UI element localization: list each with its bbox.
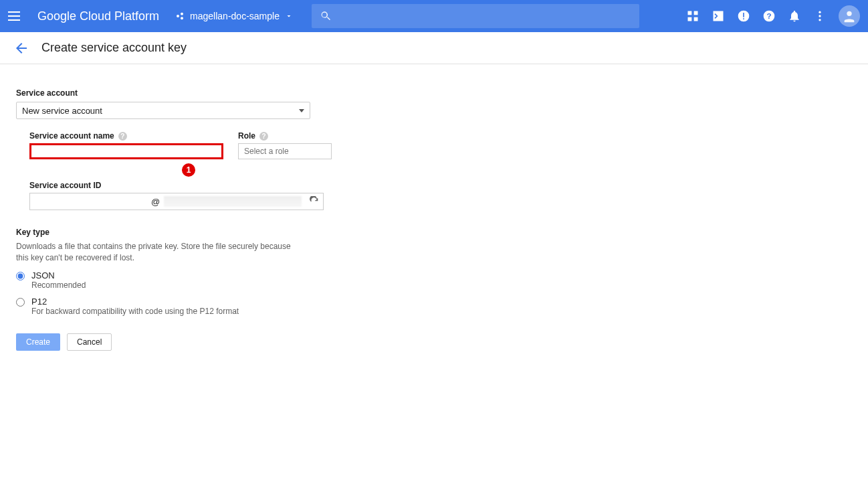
topbar: Google Cloud Platform magellan-doc-sampl… — [0, 0, 868, 32]
back-button[interactable] — [13, 40, 29, 56]
notifications-icon[interactable] — [788, 9, 801, 23]
create-button[interactable]: Create — [16, 333, 60, 351]
cloud-shell-icon[interactable] — [712, 9, 725, 23]
svg-point-1 — [181, 13, 183, 15]
svg-point-0 — [177, 15, 179, 17]
chevron-down-icon — [285, 12, 293, 20]
service-account-name-input[interactable] — [29, 143, 223, 159]
callout-badge-1: 1 — [182, 163, 195, 177]
at-symbol: @ — [151, 197, 160, 207]
search-box[interactable] — [312, 4, 639, 28]
refresh-icon — [309, 196, 320, 207]
svg-point-15 — [847, 11, 851, 16]
keytype-json-desc: Recommended — [31, 280, 86, 290]
help-icon[interactable]: ? — [118, 132, 127, 141]
search-icon — [320, 10, 332, 22]
service-account-label: Service account — [16, 88, 332, 98]
service-account-id-field: @ — [29, 193, 324, 210]
svg-rect-9 — [743, 18, 744, 19]
brand-title: Google Cloud Platform — [37, 9, 159, 23]
svg-point-13 — [819, 15, 821, 17]
account-avatar[interactable] — [839, 5, 860, 27]
keytype-json-radio[interactable] — [16, 272, 25, 280]
keytype-json-title: JSON — [31, 270, 86, 280]
gift-icon[interactable] — [686, 9, 699, 23]
svg-text:?: ? — [766, 11, 771, 20]
role-label: Role — [238, 131, 255, 141]
keytype-p12-option[interactable]: P12 For backward compatibility with code… — [16, 297, 332, 316]
service-account-value: New service account — [22, 106, 102, 116]
chevron-down-icon — [299, 109, 304, 112]
keytype-label: Key type — [16, 228, 332, 237]
cancel-button[interactable]: Cancel — [67, 333, 112, 351]
keytype-json-option[interactable]: JSON Recommended — [16, 270, 332, 290]
role-select[interactable]: Select a role — [238, 143, 332, 159]
role-placeholder: Select a role — [244, 147, 289, 156]
id-label: Service account ID — [29, 181, 101, 190]
project-icon — [175, 11, 186, 21]
more-vert-icon[interactable] — [813, 9, 827, 23]
form: Service account New service account Serv… — [0, 64, 348, 375]
name-label: Service account name — [29, 131, 114, 141]
help-icon[interactable]: ? — [259, 132, 268, 141]
alert-icon[interactable] — [737, 9, 750, 23]
header-icons: ? — [686, 9, 827, 23]
keytype-p12-radio[interactable] — [16, 298, 25, 307]
keytype-p12-title: P12 — [31, 297, 239, 307]
svg-point-12 — [819, 11, 821, 13]
hamburger-menu-icon[interactable] — [8, 8, 24, 24]
help-icon[interactable]: ? — [762, 9, 776, 23]
person-icon — [842, 9, 857, 23]
svg-rect-3 — [688, 11, 692, 15]
svg-point-2 — [181, 17, 183, 19]
service-account-id-input[interactable] — [30, 193, 151, 210]
project-name: magellan-doc-sample — [190, 11, 280, 21]
keytype-p12-desc: For backward compatibility with code usi… — [31, 307, 239, 316]
arrow-back-icon — [13, 40, 29, 56]
refresh-button[interactable] — [306, 193, 323, 210]
svg-rect-8 — [743, 13, 744, 17]
id-domain-blurred — [164, 196, 302, 207]
svg-rect-4 — [694, 11, 698, 15]
keytype-description: Downloads a file that contains the priva… — [16, 241, 297, 264]
project-selector[interactable]: magellan-doc-sample — [175, 11, 293, 21]
svg-rect-5 — [688, 17, 692, 21]
svg-point-14 — [819, 19, 821, 21]
service-account-select[interactable]: New service account — [16, 102, 310, 119]
page-title: Create service account key — [41, 41, 187, 55]
svg-rect-6 — [694, 17, 698, 21]
page-header: Create service account key — [0, 32, 868, 64]
